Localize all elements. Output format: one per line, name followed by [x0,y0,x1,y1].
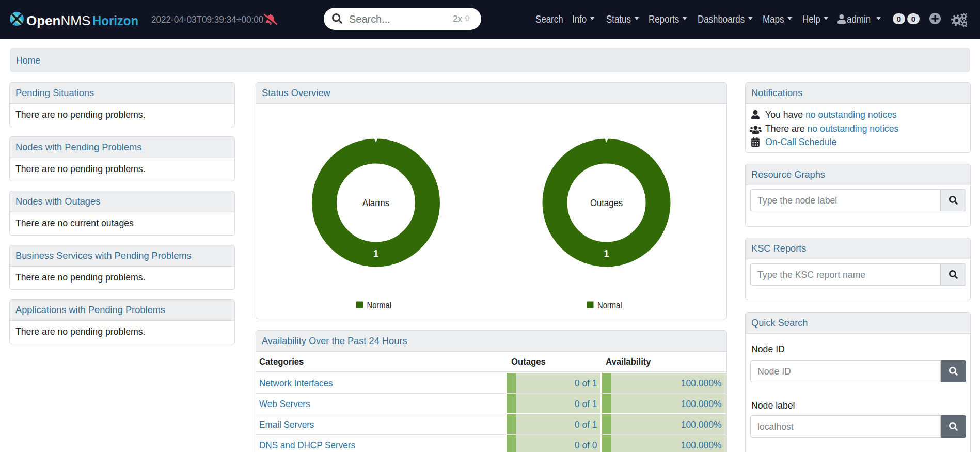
svg-text:Normal: Normal [367,300,392,310]
svg-text:Outages: Outages [590,198,623,208]
svg-text:1: 1 [604,248,609,259]
svg-text:Alarms: Alarms [362,198,389,208]
svg-text:1: 1 [373,248,378,259]
svg-text:Normal: Normal [597,300,622,310]
